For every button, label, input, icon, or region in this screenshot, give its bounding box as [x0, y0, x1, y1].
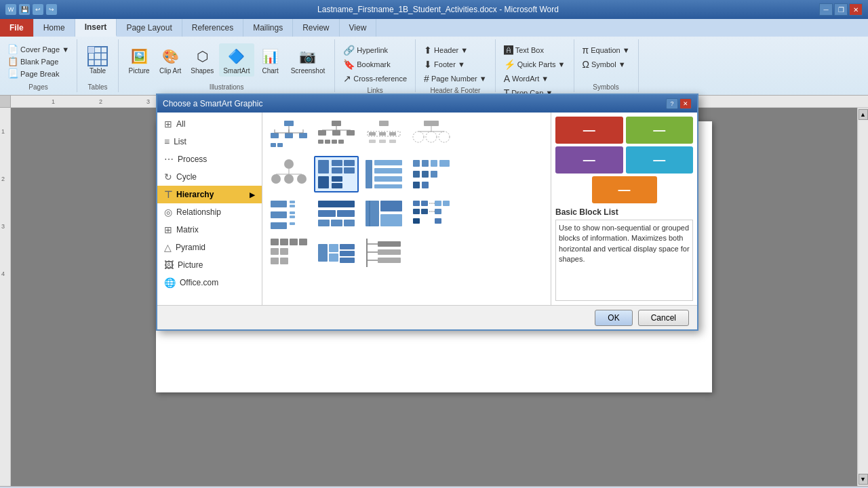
graphic-hier-15[interactable] [361, 235, 406, 271]
cat-office[interactable]: 🌐 Office.com [157, 274, 262, 291]
dialog-body: ⊞ All ≡ List ⋯ Process ↻ Cycle ⊤ Hiera [157, 113, 697, 305]
graphic-hier-4[interactable] [409, 117, 454, 153]
svg-rect-75 [271, 222, 287, 229]
svg-rect-71 [290, 205, 295, 207]
wordart-button[interactable]: A WordArt ▼ [501, 72, 568, 85]
grid-row-1 [267, 117, 547, 153]
tab-file[interactable]: File [0, 19, 34, 37]
restore-button[interactable]: ❐ [834, 3, 848, 16]
graphic-block-list[interactable] [314, 156, 359, 192]
close-button[interactable]: ✕ [849, 3, 863, 16]
graphic-hier-11[interactable] [361, 195, 406, 232]
cat-cycle[interactable]: ↻ Cycle [157, 168, 262, 186]
svg-rect-15 [271, 143, 276, 147]
cancel-button[interactable]: Cancel [638, 310, 689, 326]
svg-rect-87 [413, 201, 420, 206]
graphic-hier-14[interactable] [314, 235, 359, 271]
page-number-icon: # [424, 73, 429, 84]
clip-art-button[interactable]: 🎨 Clip Art [155, 43, 185, 77]
svg-rect-6 [284, 121, 294, 126]
svg-rect-91 [413, 209, 420, 214]
svg-rect-110 [340, 251, 355, 256]
scroll-down-button[interactable]: ▼ [859, 474, 868, 485]
svg-rect-27 [379, 121, 389, 126]
dialog-help-button[interactable]: ? [666, 98, 678, 109]
graphic-hier-13[interactable] [267, 235, 311, 271]
svg-rect-64 [413, 171, 420, 178]
graphic-hier-8[interactable] [409, 156, 454, 192]
svg-rect-103 [280, 258, 288, 264]
all-icon: ⊞ [164, 119, 172, 129]
ok-button[interactable]: OK [595, 310, 632, 326]
hyperlink-button[interactable]: 🔗 Hyperlink [340, 43, 410, 57]
graphic-org-chart[interactable] [267, 117, 311, 153]
bookmark-button[interactable]: 🔖 Bookmark [340, 58, 410, 71]
picture-button[interactable]: 🖼️ Picture [124, 43, 154, 77]
graphic-hier-7[interactable] [361, 156, 406, 192]
preview-color-row: — [555, 176, 693, 203]
cat-process[interactable]: ⋯ Process [157, 150, 262, 168]
page-number-button[interactable]: # Page Number ▼ [421, 72, 490, 85]
svg-rect-106 [318, 244, 328, 262]
scroll-track[interactable] [859, 120, 868, 474]
dialog-close-button[interactable]: ✕ [679, 98, 692, 109]
svg-rect-89 [435, 201, 441, 206]
screenshot-button[interactable]: 📷 Screenshot [287, 43, 330, 77]
tab-review[interactable]: Review [293, 19, 339, 37]
svg-rect-70 [290, 201, 295, 203]
svg-point-42 [271, 174, 281, 184]
table-button[interactable]: Table [83, 43, 113, 77]
tab-home[interactable]: Home [34, 19, 75, 37]
text-box-button[interactable]: 🅰 Text Box [501, 43, 568, 57]
category-list: ⊞ All ≡ List ⋯ Process ↻ Cycle ⊤ Hiera [157, 113, 262, 305]
graphic-hier-10[interactable] [314, 195, 359, 232]
page-break-button[interactable]: 📃 Page Break [5, 68, 61, 79]
tab-references[interactable]: References [182, 19, 243, 37]
cover-page-button[interactable]: 📄 Cover Page ▼ [5, 43, 71, 55]
quick-access-undo[interactable]: ↩ [33, 4, 43, 15]
chart-icon: 📊 [260, 45, 281, 67]
cat-picture[interactable]: 🖼 Picture [157, 256, 262, 274]
footer-button[interactable]: ⬇ Footer ▼ [421, 58, 490, 71]
tab-view[interactable]: View [340, 19, 377, 37]
smartart-dialog: Choose a SmartArt Graphic ? ✕ ⊞ All ≡ Li… [156, 94, 698, 331]
quick-access-redo[interactable]: ↪ [46, 4, 57, 15]
cat-hierarchy[interactable]: ⊤ Hierarchy ▶ [157, 186, 262, 203]
cat-matrix[interactable]: ⊞ Matrix [157, 221, 262, 239]
clip-art-icon: 🎨 [159, 45, 181, 67]
svg-rect-58 [374, 176, 402, 182]
graphic-hier-12[interactable] [409, 195, 454, 232]
quick-access-save[interactable]: 💾 [19, 4, 30, 15]
graphic-hier-2[interactable] [314, 117, 359, 153]
cat-pyramid[interactable]: △ Pyramid [157, 239, 262, 256]
wordart-icon: A [504, 73, 510, 84]
tab-mailings[interactable]: Mailings [243, 19, 293, 37]
graphic-hier-5[interactable] [267, 156, 311, 192]
equation-button[interactable]: π Equation ▼ [580, 43, 633, 57]
tab-insert[interactable]: Insert [75, 19, 117, 37]
graphic-hier-9[interactable] [267, 195, 311, 232]
cat-all[interactable]: ⊞ All [157, 115, 262, 133]
shapes-button[interactable]: ⬡ Shapes [186, 43, 218, 77]
graphics-grid [262, 113, 551, 305]
blank-page-button[interactable]: 📋 Blank Page [5, 56, 60, 67]
scroll-up-button[interactable]: ▲ [859, 109, 868, 120]
graphic-hier-3[interactable] [361, 117, 406, 153]
cat-relationship[interactable]: ◎ Relationship [157, 203, 262, 221]
minimize-button[interactable]: ─ [819, 3, 833, 16]
svg-rect-32 [369, 140, 376, 143]
svg-rect-8 [285, 133, 293, 138]
cat-list[interactable]: ≡ List [157, 133, 262, 150]
picture-icon: 🖼️ [128, 45, 150, 67]
svg-rect-69 [271, 201, 287, 207]
header-button[interactable]: ⬆ Header ▼ [421, 43, 490, 57]
quick-parts-button[interactable]: ⚡ Quick Parts ▼ [501, 58, 568, 71]
svg-rect-30 [379, 132, 386, 136]
chart-button[interactable]: 📊 Chart [256, 43, 285, 77]
vertical-scrollbar[interactable]: ▲ ▼ [857, 108, 868, 486]
symbol-button[interactable]: Ω Symbol ▼ [580, 58, 633, 71]
tab-page-layout[interactable]: Page Layout [117, 19, 182, 37]
smartart-button[interactable]: 🔷 SmartArt [219, 43, 254, 77]
cross-reference-button[interactable]: ↗ Cross-reference [340, 72, 410, 85]
group-pages: 📄 Cover Page ▼ 📋 Blank Page 📃 Page Break… [0, 39, 77, 92]
